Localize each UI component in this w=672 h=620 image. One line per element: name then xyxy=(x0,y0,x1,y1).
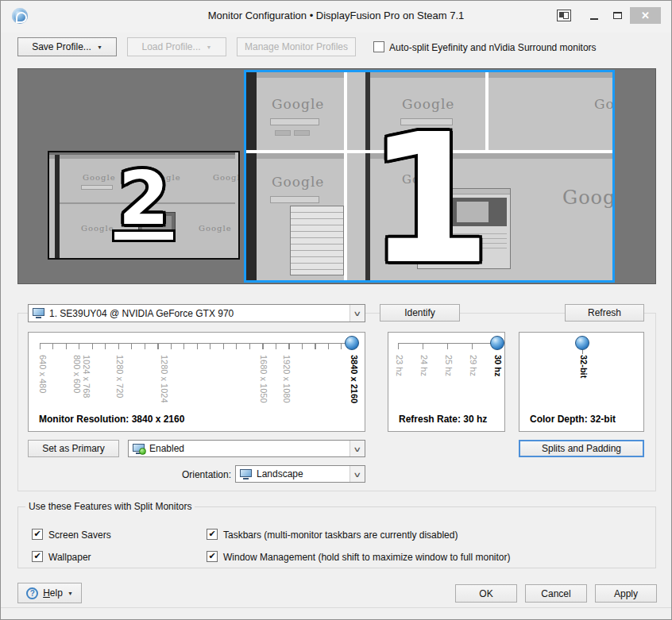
monitor-configuration-window: Monitor Configuration • DisplayFusion Pr… xyxy=(0,0,672,620)
close-icon: ✕ xyxy=(641,10,650,21)
save-profile-button[interactable]: Save Profile... ▼ xyxy=(17,37,117,56)
save-profile-label: Save Profile... xyxy=(32,41,91,52)
cancel-button[interactable]: Cancel xyxy=(525,584,587,603)
monitor-layout-preview: Google Google Google Google Google 2 Goo… xyxy=(17,68,656,284)
color-depth-caption: Color Depth: 32-bit xyxy=(530,414,616,425)
mock-google-text: Google xyxy=(594,96,615,112)
window-bottom-edge xyxy=(1,607,671,619)
set-as-primary-button[interactable]: Set as Primary xyxy=(28,440,119,457)
resolution-slider-panel: 640 x 480 800 x 600 1024 x 768 1280 x 72… xyxy=(28,332,365,432)
monitor-icon xyxy=(33,308,44,318)
apply-button[interactable]: Apply xyxy=(595,584,657,603)
refresh-rate-slider-panel: 23 hz 24 hz 25 hz 29 hz 30 hz Refresh Ra… xyxy=(388,332,505,432)
orientation-label: Orientation: xyxy=(128,469,231,480)
help-label: Help xyxy=(43,587,63,599)
chevron-down-icon: ▼ xyxy=(207,44,212,50)
ok-button[interactable]: OK xyxy=(455,584,517,603)
color-depth-tick xyxy=(582,350,583,354)
monitor-select-value: 1. SE39UY04 @ NVIDIA GeForce GTX 970 xyxy=(49,308,234,319)
chevron-down-icon: ∨ xyxy=(353,310,361,318)
primary-monitor-underline xyxy=(112,229,176,242)
load-profile-button[interactable]: Load Profile... ▼ xyxy=(127,37,226,56)
combobox-dropdown-zone[interactable]: ∨ xyxy=(350,466,365,482)
monitor-enabled-combobox[interactable]: Enabled ∨ xyxy=(128,440,365,457)
monitor-preview-1-selected[interactable]: Google Google Google Google Google Googl… xyxy=(244,70,615,283)
chevron-down-icon: ∨ xyxy=(353,470,361,478)
checkmark-icon: ✔ xyxy=(33,552,41,560)
ok-label: OK xyxy=(479,588,492,599)
taskbars-checkbox[interactable]: ✔ xyxy=(207,529,218,540)
monitor-2-number: 2 xyxy=(49,163,238,236)
refresh-tick-label-selected: 30 hz xyxy=(490,355,503,417)
splits-and-padding-button[interactable]: Splits and Padding xyxy=(519,440,644,457)
screen-savers-checkbox[interactable]: ✔ xyxy=(32,529,43,540)
refresh-button[interactable]: Refresh xyxy=(565,304,644,322)
monitor-green-dot-icon xyxy=(133,444,145,454)
resolution-tick-label: 1280 x 1024 xyxy=(156,355,169,417)
taskbars-label: Taskbars (multi-monitor taskbars are cur… xyxy=(223,530,458,541)
mock-window-toolbar xyxy=(257,72,344,78)
identify-label: Identify xyxy=(404,307,435,318)
close-button[interactable]: ✕ xyxy=(630,7,661,24)
monitor-1-number: 1 xyxy=(246,110,612,283)
chevron-down-icon: ∨ xyxy=(353,445,361,452)
refresh-rate-caption: Refresh Rate: 30 hz xyxy=(399,414,487,425)
color-depth-panel: 32-bit Color Depth: 32-bit xyxy=(519,332,644,432)
minimize-icon xyxy=(590,18,598,20)
autosplit-checkbox[interactable]: ✔ xyxy=(373,41,384,52)
manage-monitor-profiles-button[interactable]: Manage Monitor Profiles xyxy=(237,37,356,56)
orientation-value: Landscape xyxy=(257,468,303,479)
combobox-dropdown-zone[interactable]: ∨ xyxy=(350,441,365,456)
wallpaper-label: Wallpaper xyxy=(48,552,91,563)
window-position-icon[interactable] xyxy=(557,10,571,21)
chevron-down-icon: ▼ xyxy=(97,44,102,50)
minimize-button[interactable] xyxy=(583,7,605,24)
set-as-primary-label: Set as Primary xyxy=(42,443,105,454)
resolution-caption: Monitor Resolution: 3840 x 2160 xyxy=(39,414,184,425)
monitor-select-combobox[interactable]: 1. SE39UY04 @ NVIDIA GeForce GTX 970 ∨ xyxy=(28,304,365,322)
refresh-tick-label: 24 hz xyxy=(416,355,429,417)
wallpaper-checkbox[interactable]: ✔ xyxy=(32,551,43,562)
orientation-combobox[interactable]: Landscape ∨ xyxy=(235,465,365,483)
manage-profiles-label: Manage Monitor Profiles xyxy=(245,41,348,52)
cancel-label: Cancel xyxy=(541,588,570,599)
monitor-preview-2[interactable]: Google Google Google Google Google 2 xyxy=(48,151,240,260)
resolution-slider-thumb[interactable] xyxy=(345,336,359,350)
splits-and-padding-label: Splits and Padding xyxy=(542,443,621,454)
resolution-tick-label: 1920 x 1080 xyxy=(279,355,292,417)
color-depth-slider-thumb[interactable] xyxy=(575,336,589,350)
split-features-group: Use these Features with Split Monitors ✔… xyxy=(17,506,656,568)
window-management-label: Window Management (hold shift to maximiz… xyxy=(223,552,510,563)
identify-button[interactable]: Identify xyxy=(380,304,460,322)
chevron-down-icon: ▼ xyxy=(68,591,73,596)
mock-window-toolbar xyxy=(370,72,489,78)
monitor-enabled-value: Enabled xyxy=(149,443,184,454)
refresh-tick-label: 23 hz xyxy=(392,355,404,417)
refresh-rate-slider-thumb[interactable] xyxy=(490,336,504,350)
resolution-tick-label: 1680 x 1050 xyxy=(256,355,268,417)
autosplit-label: Auto-split Eyefinity and nVidia Surround… xyxy=(389,42,597,53)
resolution-tick-label: 640 x 480 xyxy=(35,355,48,417)
color-depth-value-label: 32-bit xyxy=(576,355,589,417)
mock-window-toolbar xyxy=(489,72,612,78)
titlebar: Monitor Configuration • DisplayFusion Pr… xyxy=(1,1,671,33)
load-profile-label: Load Profile... xyxy=(142,41,201,52)
resolution-tick-label-selected: 3840 x 2160 xyxy=(346,355,359,417)
refresh-tick-label: 25 hz xyxy=(441,355,454,417)
maximize-icon xyxy=(613,12,622,19)
help-button[interactable]: ? Help ▼ xyxy=(17,583,82,603)
resolution-tick-label: 1024 x 768 xyxy=(79,355,91,417)
refresh-tick-label: 29 hz xyxy=(465,355,478,417)
checkmark-icon: ✔ xyxy=(208,530,215,538)
combobox-dropdown-zone[interactable]: ∨ xyxy=(350,305,365,322)
window-management-checkbox[interactable]: ✔ xyxy=(207,551,218,562)
refresh-rate-slider-ticks xyxy=(398,343,497,349)
refresh-label: Refresh xyxy=(588,307,621,318)
mock-google-text: Google xyxy=(272,96,324,112)
checkmark-icon: ✔ xyxy=(33,530,41,538)
split-features-group-title: Use these Features with Split Monitors xyxy=(25,501,195,512)
help-question-icon: ? xyxy=(26,587,38,599)
apply-label: Apply xyxy=(614,588,638,599)
maximize-button[interactable] xyxy=(606,7,628,24)
resolution-tick-label: 1280 x 720 xyxy=(112,355,125,417)
